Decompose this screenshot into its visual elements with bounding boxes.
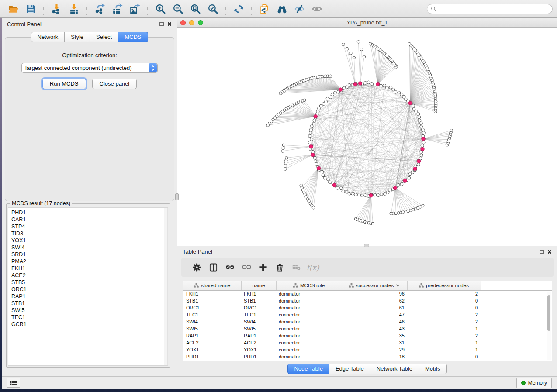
function-builder-button[interactable]: f(x) (304, 262, 321, 273)
graph-hub-node[interactable] (339, 88, 342, 91)
graph-hub-node[interactable] (314, 114, 317, 118)
cell-name[interactable]: ORC1 (241, 304, 276, 311)
mcds-result-item[interactable]: YOX1 (11, 237, 168, 244)
graph-leaf-node[interactable] (422, 204, 425, 207)
zoom-fit-button[interactable] (189, 2, 202, 15)
graph-node[interactable] (422, 141, 425, 144)
cell-shared-name[interactable]: SWI4 (183, 318, 241, 325)
cell-successor-nodes[interactable]: 62 (342, 297, 407, 304)
close-panel-icon[interactable] (547, 250, 552, 254)
graph-node[interactable] (313, 156, 316, 159)
graph-node[interactable] (322, 103, 325, 106)
zoom-out-button[interactable] (171, 2, 184, 15)
graph-leaf-node[interactable] (284, 165, 287, 168)
tab-mcds[interactable]: MCDS (118, 32, 148, 42)
cell-successor-nodes[interactable]: 35 (342, 332, 407, 339)
cell-predecessor-nodes[interactable]: 1 (407, 325, 481, 332)
graph-node[interactable] (417, 113, 420, 116)
graph-hub-node[interactable] (413, 167, 417, 170)
graph-leaf-node[interactable] (279, 92, 282, 95)
column-header-name[interactable]: name (241, 281, 276, 290)
mcds-result-item[interactable]: PHD1 (11, 209, 168, 216)
cell-predecessor-nodes[interactable]: 2 (407, 311, 481, 318)
cell-name[interactable]: YOX1 (241, 346, 276, 353)
cell-shared-name[interactable]: ACE2 (183, 339, 241, 346)
open-file-button[interactable] (7, 2, 20, 15)
graph-node[interactable] (308, 134, 311, 138)
cell-shared-name[interactable]: RAP1 (183, 332, 241, 339)
graph-node[interactable] (310, 138, 313, 141)
graph-node[interactable] (421, 128, 424, 131)
graph-node[interactable] (415, 110, 418, 113)
cell-name[interactable]: ACE2 (241, 339, 276, 346)
vertical-splitter-handle[interactable] (175, 193, 179, 200)
cell-shared-name[interactable]: TEC1 (183, 311, 241, 318)
tab-motifs[interactable]: Motifs (419, 364, 447, 374)
mcds-result-item[interactable]: FKH1 (11, 265, 168, 272)
graph-node[interactable] (336, 186, 339, 189)
graph-hub-node[interactable] (309, 145, 313, 148)
cell-MCDS-role[interactable]: dominator (276, 353, 342, 360)
column-header-successor-nodes[interactable]: successor nodes (342, 281, 407, 290)
graph-node[interactable] (357, 193, 360, 196)
graph-node[interactable] (348, 83, 351, 86)
graph-hub-node[interactable] (403, 179, 407, 182)
cell-successor-nodes[interactable]: 43 (342, 325, 407, 332)
graph-node[interactable] (418, 116, 421, 119)
graph-node[interactable] (412, 104, 415, 107)
zoom-selected-button[interactable] (206, 2, 219, 15)
graph-node[interactable] (319, 104, 322, 107)
close-panel-button[interactable]: Close panel (92, 79, 137, 89)
cell-name[interactable]: SWI5 (241, 325, 276, 332)
graph-node[interactable] (360, 194, 363, 197)
graph-node[interactable] (408, 173, 412, 176)
graph-node[interactable] (370, 83, 373, 86)
graph-leaf-node[interactable] (349, 52, 353, 55)
graph-node[interactable] (345, 86, 348, 89)
cell-name[interactable]: SWI4 (241, 318, 276, 325)
graph-leaf-node[interactable] (450, 129, 453, 132)
graph-hub-node[interactable] (393, 186, 397, 190)
graph-leaf-node[interactable] (369, 42, 372, 45)
graph-leaf-node[interactable] (282, 147, 285, 150)
graph-node[interactable] (331, 93, 334, 96)
graph-node[interactable] (397, 183, 400, 186)
cell-MCDS-role[interactable]: connector (276, 339, 342, 346)
graph-node[interactable] (351, 192, 354, 195)
graph-node[interactable] (339, 187, 343, 190)
cell-predecessor-nodes[interactable]: 2 (407, 318, 481, 325)
graph-node[interactable] (392, 88, 395, 91)
graph-hub-node[interactable] (358, 82, 362, 85)
import-network-button[interactable] (50, 2, 63, 15)
cell-successor-nodes[interactable]: 18 (342, 353, 407, 360)
add-button[interactable] (255, 262, 271, 273)
graph-leaf-node[interactable] (266, 124, 270, 127)
mcds-result-item[interactable]: SWI5 (11, 307, 168, 314)
network-canvas[interactable] (177, 28, 557, 245)
graph-leaf-node[interactable] (353, 56, 356, 59)
graph-node[interactable] (326, 97, 329, 100)
select-all-button[interactable] (221, 262, 238, 273)
graph-node[interactable] (422, 131, 425, 134)
delete-button[interactable] (271, 262, 288, 273)
delete-table-button[interactable] (288, 262, 304, 273)
graph-hub-node[interactable] (408, 101, 412, 105)
graph-leaf-node[interactable] (285, 159, 288, 162)
cell-MCDS-role[interactable]: dominator (276, 290, 342, 297)
graph-hub-node[interactable] (369, 194, 373, 197)
cell-MCDS-role[interactable]: dominator (276, 297, 342, 304)
show-columns-button[interactable] (205, 262, 221, 273)
graph-leaf-node[interactable] (284, 162, 287, 165)
tab-network[interactable]: Network (31, 32, 65, 42)
table-row[interactable]: SWI4SWI4dominator462 (183, 318, 552, 325)
graph-hub-node[interactable] (421, 147, 424, 151)
graph-node[interactable] (421, 144, 424, 147)
graph-hub-node[interactable] (422, 137, 425, 141)
column-header-shared-name[interactable]: shared name (183, 281, 241, 290)
mcds-result-item[interactable]: RAP1 (11, 293, 168, 300)
cell-predecessor-nodes[interactable]: 2 (407, 332, 481, 339)
graph-leaf-node[interactable] (285, 156, 288, 159)
table-row[interactable]: TEC1TEC1connector472 (183, 311, 552, 318)
zoom-in-button[interactable] (154, 2, 167, 15)
graph-node[interactable] (420, 125, 423, 128)
